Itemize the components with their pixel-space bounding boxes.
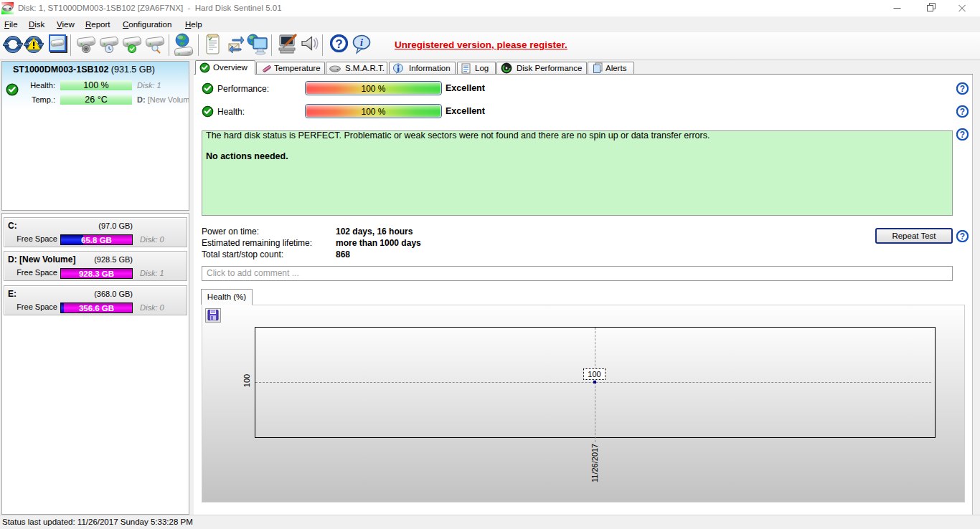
svg-text:?: ? — [335, 37, 342, 51]
svg-text:i: i — [360, 37, 363, 48]
